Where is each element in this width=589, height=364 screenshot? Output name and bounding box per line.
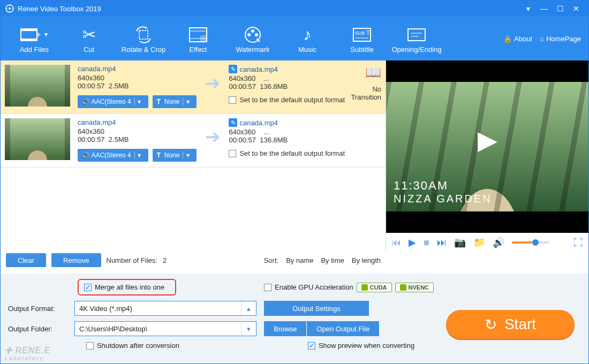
video-thumbnail[interactable] [5, 118, 70, 160]
file-row[interactable]: canada.mp4 640x360 00:00:57 2.5MB 🔊 AAC(… [1, 114, 386, 168]
bottom-panel: ✓ Merge all files into one Enable GPU Ac… [1, 274, 588, 363]
tool-effect[interactable]: Effect [171, 17, 225, 60]
open-folder-icon[interactable]: 📁 [473, 237, 485, 248]
browse-button[interactable]: Browse [264, 321, 307, 336]
chevron-down-icon[interactable]: ▾ [134, 151, 144, 159]
svg-point-12 [247, 33, 251, 36]
stop-icon[interactable]: ■ [424, 237, 429, 248]
chevron-down-icon[interactable]: ▾ [183, 151, 192, 159]
video-preview[interactable]: ▶ 11:30AM NIZZA GARDEN [386, 60, 588, 233]
audio-track-selector[interactable]: 🔊 AAC(Stereo 4▾ [78, 149, 148, 162]
minimize-button[interactable]: — [536, 4, 552, 13]
play-overlay-icon[interactable]: ▶ [478, 125, 497, 155]
output-folder-combo[interactable]: C:\Users\HP\Desktop\ ▾ [74, 321, 256, 336]
file-row[interactable]: canada.mp4 640x360 00:00:57 2.5MB 🔊 AAC(… [1, 60, 386, 114]
about-link[interactable]: 🔒About [503, 35, 532, 43]
checkbox-icon[interactable] [86, 342, 94, 350]
play-icon[interactable]: ▶ [409, 237, 416, 248]
remove-button[interactable]: Remove [51, 253, 101, 267]
file-list: canada.mp4 640x360 00:00:57 2.5MB 🔊 AAC(… [1, 60, 386, 252]
edit-icon[interactable]: ✎ [229, 65, 237, 73]
video-thumbnail[interactable] [5, 65, 70, 107]
svg-text:T: T [366, 29, 370, 36]
file-duration-size: 00:00:57 2.5MB [78, 82, 166, 90]
refresh-icon: ↻ [485, 316, 497, 333]
source-info: canada.mp4 640x360 00:00:57 2.5MB [78, 65, 166, 90]
tool-cut[interactable]: ✂ Cut [62, 17, 116, 60]
merge-files-option[interactable]: ✓ Merge all files into one [78, 279, 176, 295]
chevron-down-icon[interactable]: ▾ [241, 322, 256, 336]
output-format-label: Output Format: [8, 305, 67, 313]
tool-subtitle[interactable]: SUBT Subtitle [335, 17, 389, 60]
svg-rect-6 [139, 31, 148, 39]
svg-point-14 [251, 29, 254, 33]
nvenc-badge: NVENC [395, 283, 434, 292]
default-format-option[interactable]: Set to be the default output format [229, 149, 345, 157]
checkbox-icon[interactable] [229, 150, 236, 157]
file-resolution: 640x360 [78, 127, 166, 135]
output-settings-button[interactable]: Output Settings [264, 301, 369, 316]
output-resolution: 640x360 ... [229, 128, 325, 136]
show-preview-option[interactable]: ✓ Show preview when converting [308, 342, 414, 350]
svg-text:SUB: SUB [355, 31, 365, 36]
source-info: canada.mp4 640x360 00:00:57 2.5MB [78, 118, 166, 143]
chevron-up-icon[interactable]: ▴ [241, 301, 256, 315]
sort-by-name[interactable]: By name [286, 256, 313, 264]
merge-label: Merge all files into one [95, 283, 164, 291]
file-count-label: Number of Files: [107, 256, 157, 264]
tool-opening-ending[interactable]: Opening/Ending [389, 17, 444, 60]
transition-icon[interactable]: 📖 [345, 65, 381, 80]
tool-label: Watermark [236, 46, 269, 54]
sort-by-length[interactable]: By length [352, 256, 381, 264]
app-title: Renee Video Toolbox 2019 [18, 5, 101, 13]
close-button[interactable]: ✕ [568, 4, 584, 13]
tool-add-files[interactable]: + ▼ Add Files [7, 17, 62, 60]
homepage-link[interactable]: ⌂HomePage [540, 35, 581, 43]
gpu-checkbox[interactable] [264, 284, 271, 291]
sort-by-time[interactable]: By time [321, 256, 344, 264]
subtitle-icon: SUBT [352, 24, 372, 46]
cuda-badge: CUDA [357, 283, 392, 292]
clear-button[interactable]: Clear [6, 253, 46, 267]
brand-watermark: ✚ RENE.ELaboratory [5, 345, 50, 361]
output-name: canada.mp4 [239, 119, 278, 127]
tool-watermark[interactable]: Watermark [225, 17, 280, 60]
volume-slider[interactable] [512, 241, 549, 244]
filmstrip-add-icon: + ▼ [20, 24, 49, 46]
fullscreen-icon[interactable]: ⛶ [573, 237, 583, 248]
tool-rotate-crop[interactable]: Rotate & Crop [116, 17, 171, 60]
film-effect-icon [188, 24, 208, 46]
chevron-down-icon[interactable]: ▾ [134, 98, 144, 105]
file-count-value: 2 [163, 256, 167, 264]
shutdown-option[interactable]: Shutdown after conversion [86, 342, 179, 350]
subtitle-selector[interactable]: T None▾ [153, 149, 197, 162]
video-overlay-text: 11:30AM NIZZA GARDEN [394, 179, 492, 205]
checkbox-checked-icon[interactable]: ✓ [84, 284, 92, 291]
menu-dropdown-icon[interactable]: ▾ [520, 4, 536, 13]
volume-icon[interactable]: 🔊 [493, 237, 504, 248]
nvidia-dot-icon [361, 284, 368, 291]
checkbox-checked-icon[interactable]: ✓ [308, 342, 315, 350]
open-output-button[interactable]: Open Output File [307, 321, 380, 336]
next-icon[interactable]: ⏭ [437, 237, 447, 248]
subtitle-selector[interactable]: T None▾ [153, 95, 197, 108]
output-format-combo[interactable]: 4K Video (*.mp4) ▴ [74, 301, 256, 316]
start-button[interactable]: ↻ Start [446, 310, 575, 339]
text-icon: T [157, 98, 161, 105]
tool-music[interactable]: ♪ Music [280, 17, 335, 60]
snapshot-icon[interactable]: 📷 [454, 237, 466, 248]
audio-track-selector[interactable]: 🔊 AAC(Stereo 4▾ [78, 95, 148, 108]
prev-icon[interactable]: ⏮ [391, 237, 401, 248]
music-note-icon: ♪ [304, 24, 312, 46]
transition-label[interactable]: No Transition [351, 85, 381, 101]
edit-icon[interactable]: ✎ [229, 118, 237, 127]
output-resolution: 640x360 ... [229, 74, 325, 82]
chevron-down-icon[interactable]: ▾ [183, 98, 192, 105]
tool-label: Subtitle [350, 46, 373, 54]
maximize-button[interactable]: ☐ [552, 4, 568, 13]
arrow-icon: ➔ [197, 72, 229, 94]
svg-rect-3 [21, 29, 37, 31]
default-format-option[interactable]: Set to be the default output format [229, 96, 345, 104]
checkbox-icon[interactable] [229, 96, 236, 104]
opening-ending-icon [407, 24, 426, 46]
